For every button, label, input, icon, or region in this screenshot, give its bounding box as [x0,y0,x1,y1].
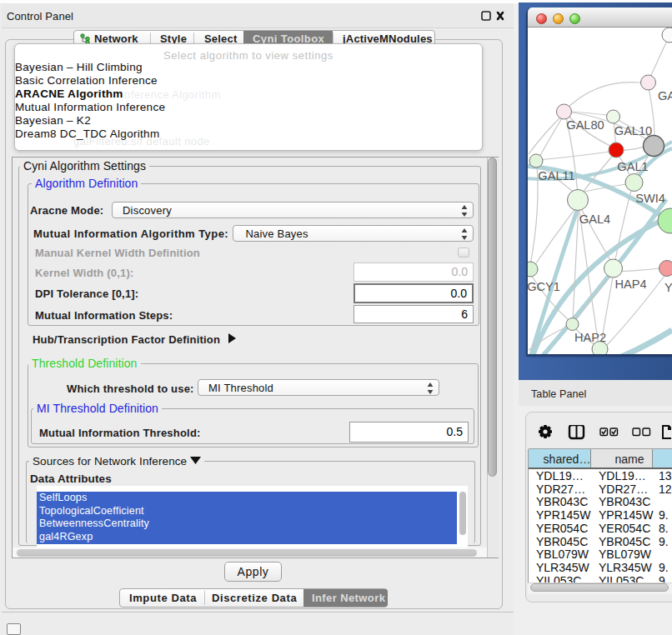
svg-text:YJ: YJ [664,281,672,294]
svg-text:HAP2: HAP2 [574,331,606,344]
svg-text:SWI4: SWI4 [635,192,665,205]
svg-text:GCY1: GCY1 [528,280,560,293]
svg-text:GAL7: GAL7 [658,89,672,102]
svg-text:GAL1: GAL1 [617,160,648,173]
svg-text:GAL10: GAL10 [614,124,652,138]
svg-text:GAL11: GAL11 [538,169,574,182]
svg-text:GAL80: GAL80 [566,118,604,132]
svg-text:HAP4: HAP4 [614,278,646,291]
svg-text:GAL4: GAL4 [579,212,610,226]
